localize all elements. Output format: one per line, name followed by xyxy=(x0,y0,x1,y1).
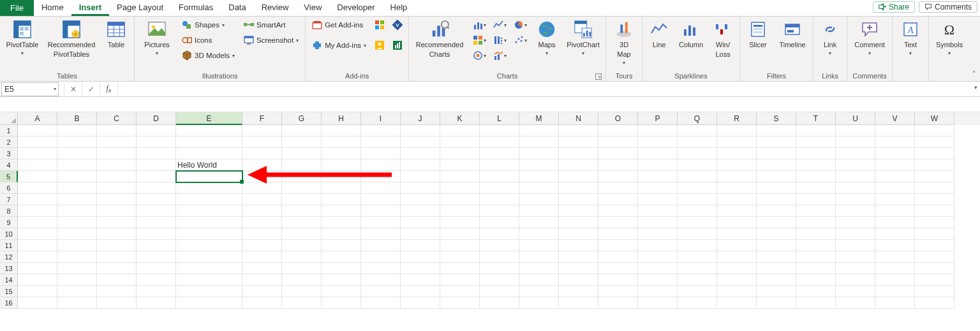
cell-H5[interactable] xyxy=(322,171,361,182)
shapes-button[interactable]: Shapes ▾ xyxy=(179,18,237,32)
cell-J11[interactable] xyxy=(401,240,440,251)
cell-I16[interactable] xyxy=(361,297,401,309)
cell-T7[interactable] xyxy=(796,194,836,205)
cell-T13[interactable] xyxy=(796,263,836,274)
slicer-button[interactable]: Slicer xyxy=(744,18,772,49)
cell-U15[interactable] xyxy=(836,286,875,297)
cell-G2[interactable] xyxy=(282,136,322,148)
cell-S16[interactable] xyxy=(757,297,796,309)
cell-B1[interactable] xyxy=(57,125,97,136)
cell-N9[interactable] xyxy=(559,217,598,228)
cell-C12[interactable] xyxy=(97,251,137,263)
cell-K10[interactable] xyxy=(440,228,480,240)
cell-I7[interactable] xyxy=(361,194,401,205)
cell-K2[interactable] xyxy=(440,136,480,148)
column-header-E[interactable]: E xyxy=(176,112,242,125)
cell-J10[interactable] xyxy=(401,228,440,240)
tab-insert[interactable]: Insert xyxy=(71,0,109,16)
cell-I11[interactable] xyxy=(361,240,401,251)
column-header-J[interactable]: J xyxy=(401,112,440,125)
cell-W12[interactable] xyxy=(915,251,954,263)
cell-O16[interactable] xyxy=(598,297,638,309)
cell-T8[interactable] xyxy=(796,205,836,217)
cell-V8[interactable] xyxy=(875,205,915,217)
cell-V3[interactable] xyxy=(875,148,915,159)
cell-M4[interactable] xyxy=(519,159,559,171)
cell-N1[interactable] xyxy=(559,125,598,136)
row-header-3[interactable]: 3 xyxy=(0,148,18,159)
cell-G15[interactable] xyxy=(282,286,322,297)
visio-visual-addin-button[interactable]: V xyxy=(390,18,405,32)
cell-K1[interactable] xyxy=(440,125,480,136)
cell-F4[interactable] xyxy=(242,159,282,171)
cell-D12[interactable] xyxy=(137,251,176,263)
cell-D9[interactable] xyxy=(137,217,176,228)
cell-H8[interactable] xyxy=(322,205,361,217)
cell-S2[interactable] xyxy=(757,136,796,148)
cell-L13[interactable] xyxy=(480,263,519,274)
cell-U7[interactable] xyxy=(836,194,875,205)
cell-I2[interactable] xyxy=(361,136,401,148)
row-header-5[interactable]: 5 xyxy=(0,171,18,182)
cell-H13[interactable] xyxy=(322,263,361,274)
comment-button[interactable]: Comment ▾ xyxy=(851,18,888,56)
cell-S10[interactable] xyxy=(757,228,796,240)
cell-C15[interactable] xyxy=(97,286,137,297)
cell-U12[interactable] xyxy=(836,251,875,263)
cell-C1[interactable] xyxy=(97,125,137,136)
cell-C11[interactable] xyxy=(97,240,137,251)
cell-W7[interactable] xyxy=(915,194,954,205)
cell-E13[interactable] xyxy=(176,263,242,274)
cell-R8[interactable] xyxy=(717,205,757,217)
cell-J16[interactable] xyxy=(401,297,440,309)
cell-N8[interactable] xyxy=(559,205,598,217)
cell-N6[interactable] xyxy=(559,182,598,194)
cell-A14[interactable] xyxy=(18,274,57,286)
scatter-chart-button[interactable]: ▾ xyxy=(511,33,529,47)
cell-F13[interactable] xyxy=(242,263,282,274)
cell-M16[interactable] xyxy=(519,297,559,309)
cell-I13[interactable] xyxy=(361,263,401,274)
cell-P10[interactable] xyxy=(638,228,678,240)
cell-O4[interactable] xyxy=(598,159,638,171)
cell-H4[interactable] xyxy=(322,159,361,171)
cell-A16[interactable] xyxy=(18,297,57,309)
cell-I4[interactable] xyxy=(361,159,401,171)
cell-Q15[interactable] xyxy=(678,286,717,297)
cell-M12[interactable] xyxy=(519,251,559,263)
cell-D10[interactable] xyxy=(137,228,176,240)
cell-B8[interactable] xyxy=(57,205,97,217)
cell-R3[interactable] xyxy=(717,148,757,159)
cell-L14[interactable] xyxy=(480,274,519,286)
cell-P7[interactable] xyxy=(638,194,678,205)
cell-O13[interactable] xyxy=(598,263,638,274)
cell-I10[interactable] xyxy=(361,228,401,240)
share-button[interactable]: Share xyxy=(873,1,915,13)
cell-O3[interactable] xyxy=(598,148,638,159)
combo-chart-button[interactable]: ▾ xyxy=(491,48,509,63)
column-header-W[interactable]: W xyxy=(915,112,954,125)
addin-extra-button[interactable] xyxy=(390,38,405,52)
cell-M11[interactable] xyxy=(519,240,559,251)
cell-R5[interactable] xyxy=(717,171,757,182)
cell-I3[interactable] xyxy=(361,148,401,159)
row-header-13[interactable]: 13 xyxy=(0,263,18,274)
column-header-H[interactable]: H xyxy=(322,112,361,125)
cell-L7[interactable] xyxy=(480,194,519,205)
cell-F3[interactable] xyxy=(242,148,282,159)
cell-D13[interactable] xyxy=(137,263,176,274)
cell-A6[interactable] xyxy=(18,182,57,194)
cell-A11[interactable] xyxy=(18,240,57,251)
column-chart-button[interactable]: ▾ xyxy=(470,18,488,32)
cell-B12[interactable] xyxy=(57,251,97,263)
cell-H3[interactable] xyxy=(322,148,361,159)
cell-B10[interactable] xyxy=(57,228,97,240)
cell-H15[interactable] xyxy=(322,286,361,297)
column-header-R[interactable]: R xyxy=(717,112,757,125)
cell-K13[interactable] xyxy=(440,263,480,274)
cell-L5[interactable] xyxy=(480,171,519,182)
cell-E14[interactable] xyxy=(176,274,242,286)
cell-N14[interactable] xyxy=(559,274,598,286)
cell-U9[interactable] xyxy=(836,217,875,228)
cell-P9[interactable] xyxy=(638,217,678,228)
